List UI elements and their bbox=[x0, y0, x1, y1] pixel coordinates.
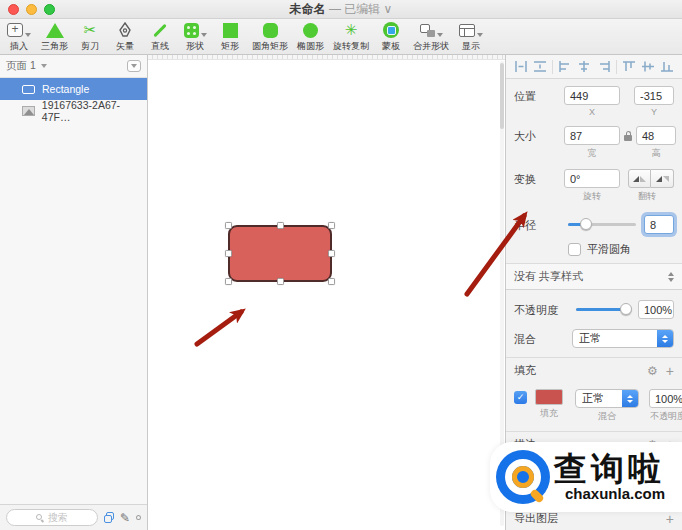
fill-blend-select[interactable]: 正常 bbox=[575, 389, 639, 408]
search-input[interactable]: 搜索 bbox=[6, 509, 98, 526]
flip-sublabel: 翻转 bbox=[638, 190, 656, 203]
resize-handle[interactable] bbox=[225, 222, 232, 229]
radius-input[interactable]: 8 bbox=[644, 215, 674, 234]
resize-handle[interactable] bbox=[328, 278, 335, 285]
distribute-vertical-icon[interactable] bbox=[533, 60, 547, 73]
flip-vertical-button[interactable] bbox=[651, 169, 674, 188]
smooth-corners-checkbox[interactable] bbox=[568, 243, 581, 256]
tool-show[interactable]: 显示 bbox=[458, 21, 484, 53]
shared-style-row[interactable]: 没有 共享样式 bbox=[506, 263, 682, 290]
page-label: 页面 1 bbox=[6, 59, 36, 73]
opacity-slider-knob[interactable] bbox=[620, 303, 632, 315]
tool-line[interactable]: 直线 bbox=[147, 21, 173, 53]
chevron-down-icon bbox=[131, 64, 137, 68]
width-sublabel: 宽 bbox=[588, 147, 597, 160]
alignment-toolbar bbox=[506, 55, 682, 79]
resize-handle[interactable] bbox=[328, 222, 335, 229]
dropdown-caret-icon bbox=[437, 33, 443, 37]
blend-select[interactable]: 正常 bbox=[572, 329, 674, 348]
fill-opacity-input[interactable]: 100% bbox=[649, 389, 682, 408]
rectangle-layer-icon bbox=[22, 85, 35, 94]
blend-row: 混合 正常 bbox=[506, 321, 682, 357]
align-bottom-icon[interactable] bbox=[660, 60, 674, 73]
resize-handle[interactable] bbox=[225, 278, 232, 285]
search-icon bbox=[36, 514, 44, 522]
width-input[interactable]: 87 bbox=[564, 126, 620, 145]
page-panel-toggle-button[interactable] bbox=[127, 60, 141, 72]
resize-handle[interactable] bbox=[277, 222, 284, 229]
resize-handle[interactable] bbox=[328, 250, 335, 257]
align-left-icon[interactable] bbox=[558, 60, 572, 73]
fill-enabled-checkbox[interactable]: ✓ bbox=[514, 391, 527, 404]
canvas[interactable] bbox=[148, 55, 505, 530]
layer-row-image[interactable]: 19167633-2A67-47F… bbox=[0, 100, 147, 122]
flip-vertical-icon bbox=[656, 176, 662, 182]
size-row: 大小 87 宽 48 高 bbox=[506, 119, 682, 162]
tool-rounded-rectangle[interactable]: 圆角矩形 bbox=[252, 21, 288, 53]
layer-name: 19167633-2A67-47F… bbox=[42, 99, 147, 123]
align-center-horizontal-icon[interactable] bbox=[577, 60, 591, 73]
radius-row: 半径 8 bbox=[506, 205, 682, 236]
ruler bbox=[148, 55, 505, 60]
distribute-horizontal-icon[interactable] bbox=[514, 60, 528, 73]
chevron-down-icon bbox=[41, 64, 47, 68]
fill-color-swatch[interactable] bbox=[535, 389, 563, 405]
selected-rectangle-shape[interactable] bbox=[228, 225, 332, 282]
page-header[interactable]: 页面 1 bbox=[0, 55, 147, 78]
rotation-sublabel: 旋转 bbox=[583, 190, 601, 203]
height-input[interactable]: 48 bbox=[636, 126, 676, 145]
tool-rotate-copy[interactable]: ✳ 旋转复制 bbox=[333, 21, 369, 53]
app-window: 未命名 — 已编辑 ∨ + 插入 三角形 ✂ 剪刀 矢量 直线 bbox=[0, 0, 682, 530]
divider bbox=[616, 60, 617, 74]
align-middle-vertical-icon[interactable] bbox=[641, 60, 655, 73]
stepper-icon[interactable] bbox=[668, 272, 674, 282]
watermark-brand: 查询啦 bbox=[554, 452, 665, 487]
title-chevron-icon[interactable]: ∨ bbox=[384, 2, 393, 16]
triangle-icon bbox=[46, 23, 64, 38]
mask-icon bbox=[383, 22, 399, 38]
shape-dice-icon bbox=[184, 23, 199, 38]
position-row: 位置 449 X -315 Y bbox=[506, 79, 682, 119]
add-fill-button[interactable]: + bbox=[666, 363, 674, 379]
tool-shape[interactable]: 形状 bbox=[182, 21, 208, 53]
pages-icon[interactable] bbox=[104, 512, 114, 523]
gear-icon[interactable]: ⚙ bbox=[647, 364, 658, 378]
size-label: 大小 bbox=[514, 126, 564, 144]
tool-oval[interactable]: 椭圆形 bbox=[297, 21, 324, 53]
resize-handle[interactable] bbox=[225, 250, 232, 257]
rounded-rectangle-icon bbox=[263, 23, 278, 38]
tool-rectangle[interactable]: 矩形 bbox=[217, 21, 243, 53]
transform-row: 变换 0° 旋转 翻转 bbox=[506, 162, 682, 205]
position-y-input[interactable]: -315 bbox=[634, 86, 674, 105]
x-sublabel: X bbox=[589, 107, 595, 117]
opacity-slider[interactable] bbox=[576, 308, 630, 311]
radius-slider-knob[interactable] bbox=[580, 218, 592, 230]
tool-vector[interactable]: 矢量 bbox=[112, 21, 138, 53]
tool-combine-shapes[interactable]: 合并形状 bbox=[413, 21, 449, 53]
opacity-row: 不透明度 100% bbox=[506, 290, 682, 321]
position-x-input[interactable]: 449 bbox=[564, 86, 620, 105]
resize-handle[interactable] bbox=[277, 278, 284, 285]
add-export-button[interactable]: + bbox=[666, 511, 674, 527]
layer-name: Rectangle bbox=[42, 83, 89, 95]
lock-icon[interactable] bbox=[624, 131, 632, 141]
opacity-input[interactable]: 100% bbox=[638, 300, 674, 319]
tool-mask[interactable]: 蒙板 bbox=[378, 21, 404, 53]
opacity-label: 不透明度 bbox=[514, 300, 572, 318]
flip-horizontal-button[interactable] bbox=[628, 169, 651, 188]
window-title: 未命名 — 已编辑 ∨ bbox=[0, 1, 682, 18]
rotation-input[interactable]: 0° bbox=[564, 169, 620, 188]
tool-triangle[interactable]: 三角形 bbox=[41, 21, 68, 53]
smooth-corners-row: 平滑圆角 bbox=[506, 236, 682, 263]
align-right-icon[interactable] bbox=[597, 60, 611, 73]
transform-label: 变换 bbox=[514, 169, 564, 187]
align-top-icon[interactable] bbox=[622, 60, 636, 73]
shared-style-label: 没有 共享样式 bbox=[514, 269, 583, 284]
pencil-icon[interactable]: ✎ bbox=[120, 511, 130, 525]
fill-opacity-sublabel: 不透明度 bbox=[650, 410, 682, 423]
layer-row-rectangle[interactable]: Rectangle bbox=[0, 78, 147, 100]
radius-slider[interactable] bbox=[568, 223, 636, 226]
dropdown-caret-icon bbox=[201, 33, 207, 37]
tool-insert[interactable]: + 插入 bbox=[6, 21, 32, 53]
tool-scissors[interactable]: ✂ 剪刀 bbox=[77, 21, 103, 53]
